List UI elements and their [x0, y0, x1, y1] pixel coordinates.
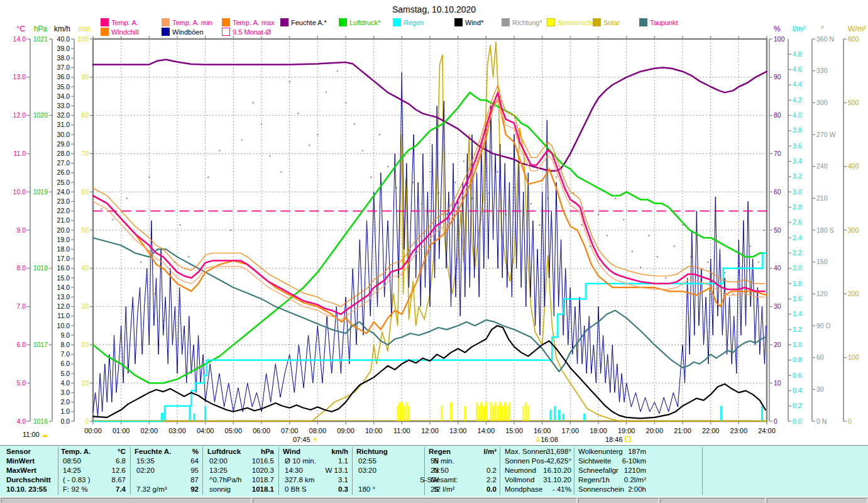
- series-richtung-dot: [207, 177, 209, 178]
- series-richtung-dot: [148, 177, 150, 178]
- table-cell-value: 1020.3: [199, 467, 274, 474]
- axis-tick-label: 4.0: [793, 111, 802, 119]
- axis-tick-label: 70: [774, 150, 781, 157]
- x-axis-label: 20:00: [646, 427, 664, 434]
- table-cell-value: 0.3: [273, 485, 348, 493]
- axis-tick-label: 40: [774, 264, 781, 272]
- axis-tick-label: 13.0: [13, 73, 26, 80]
- x-axis-label: 06:00: [253, 427, 270, 434]
- axis-tick-label: 9.0: [16, 226, 26, 234]
- x-axis-label: 24:00: [758, 427, 776, 434]
- series-richtung-dot: [471, 197, 473, 199]
- sun-below-horizon-icon: [625, 436, 630, 442]
- series-richtung-dot: [615, 197, 616, 199]
- axis-tick-label: 0.0: [793, 417, 802, 425]
- axis-tick-label: 30: [816, 385, 824, 393]
- axis-tick-label: 0 N: [816, 417, 827, 425]
- series-richtung-dot: [289, 81, 290, 82]
- axis-tick-label: 0: [85, 417, 89, 425]
- axis-tick-label: 2.0: [793, 264, 802, 272]
- axis-tick-label: 21.0: [57, 216, 70, 224]
- axis-tick-label: 40.0: [57, 35, 70, 43]
- x-axis-label: 15:00: [505, 427, 523, 434]
- axis-tick-label: 2.0: [60, 398, 70, 406]
- series-richtung-dot: [556, 177, 557, 178]
- axis-tick-label: 4.2: [793, 96, 802, 104]
- axis-tick-label: 39.0: [57, 45, 70, 52]
- series-richtung-dot: [758, 262, 759, 263]
- axis-tick-label: 1.4: [793, 310, 802, 318]
- series-temp-a-: [93, 92, 764, 314]
- axis-tick-label: 6.0: [16, 341, 26, 348]
- axis-tick-label: 8.0: [60, 341, 70, 348]
- table-col-unit: km/h: [273, 448, 348, 455]
- series-richtung-dot: [230, 229, 231, 231]
- table-divider: [352, 447, 353, 495]
- axis-tick-label: 27.0: [57, 159, 70, 167]
- x-axis-label: 01:00: [113, 427, 130, 434]
- axis-tick-label: 13.0: [57, 293, 70, 301]
- table-info-value: - 41%: [496, 485, 571, 493]
- table-cell-value: W 13.1: [273, 467, 348, 474]
- series-richtung-dot: [764, 229, 765, 231]
- status-bar-panel: [253, 498, 577, 503]
- axis-tick-label: 38.0: [57, 54, 70, 62]
- axis-tick-label: 14.0: [13, 35, 26, 43]
- axis-tick-label: 60: [81, 188, 89, 196]
- table-row-header: Sensor: [6, 448, 31, 455]
- series-richtung-dot: [353, 123, 354, 124]
- axis-tick-label: 30: [81, 302, 89, 310]
- axis-tick-label: 20: [81, 341, 89, 348]
- axis-tick-label: 0.4: [793, 387, 802, 394]
- axis-tick-label: 300: [848, 226, 859, 234]
- series-richtung-dot: [581, 224, 582, 226]
- series-richtung-dot: [126, 197, 128, 199]
- series-richtung-dot: [497, 171, 498, 172]
- table-row-header: Durchschnitt: [6, 476, 51, 484]
- series-richtung-dot: [179, 224, 180, 226]
- axis-tick-label: 4.6: [793, 65, 802, 73]
- axis-tick-label: 23.0: [57, 197, 70, 205]
- axis-tick-label: 10: [81, 379, 89, 387]
- axis-tick-label: 0.8: [793, 356, 802, 363]
- series-richtung-dot: [219, 150, 220, 151]
- series-richtung-dot: [446, 214, 448, 215]
- series-richtung-dot: [241, 139, 243, 140]
- axis-tick-label: 30.0: [57, 131, 70, 138]
- table-info-value: 31,698°: [496, 448, 571, 455]
- axis-tick-label: 300: [816, 99, 828, 106]
- axis-tick-label: 200: [848, 290, 859, 297]
- series-richtung-dot: [530, 203, 532, 204]
- axis-tick-label: 17.0: [57, 255, 70, 262]
- table-cell-value: 0.2: [421, 467, 497, 474]
- table-info-value: 0.2l/m²: [571, 476, 646, 484]
- axis-tick-label: 60: [774, 188, 781, 196]
- series-richtung-dot: [337, 70, 338, 72]
- table-col-header: Richtung: [356, 448, 388, 455]
- series-richtung-dot: [317, 134, 318, 135]
- x-axis-label: 07:00: [281, 427, 299, 434]
- x-axis-label: 11:00: [393, 427, 410, 434]
- table-cell-label: 55 min.: [431, 457, 454, 465]
- table-info-value: -42,625°: [496, 457, 571, 465]
- axis-tick-label: 26.0: [57, 169, 70, 176]
- axis-tick-label: 60: [816, 353, 824, 361]
- series-richtung-dot: [429, 171, 431, 172]
- axis-tick-label: 90: [81, 73, 89, 80]
- axis-tick-label: 180 S: [816, 226, 833, 234]
- axis-tick-label: 3.4: [793, 157, 802, 165]
- down-arrow-icon: ⇓: [535, 436, 541, 443]
- table-col-unit: l/m²: [421, 448, 497, 455]
- x-axis-label: 19:00: [618, 427, 635, 434]
- axis-unit-label: °: [821, 25, 824, 33]
- axis-tick-label: 29.0: [57, 140, 70, 148]
- axis-unit-label: l/m²: [793, 25, 805, 33]
- axis-tick-label: 34.0: [57, 92, 70, 100]
- x-axis-label: 05:00: [225, 427, 243, 434]
- moonrise-marker: 11:00 ☁: [23, 431, 48, 439]
- x-axis-label: 14:00: [478, 427, 495, 434]
- axis-tick-label: 2.2: [793, 249, 802, 257]
- x-axis-label: 23:00: [730, 427, 748, 434]
- table-cell-value: 7.4: [50, 485, 126, 493]
- table-row-header: 10.10. 23:55: [6, 485, 47, 493]
